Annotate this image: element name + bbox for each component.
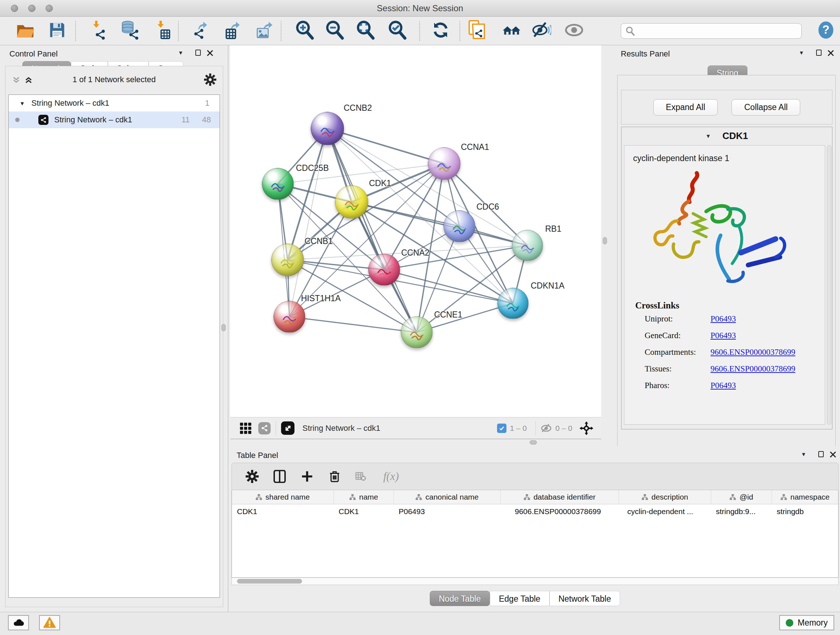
network-node-CCNB1[interactable] [271,244,304,276]
column-type-icon [349,494,355,500]
results-panel: Results Panel ▼ String Expand All Collap… [615,45,840,446]
protein-structure-image [643,166,798,301]
column-header[interactable]: shared name [232,490,333,504]
network-node-CDC6[interactable] [444,211,475,242]
open-session-button[interactable] [16,20,35,41]
hide-unhide-button[interactable] [532,20,551,41]
network-node-CDK1[interactable] [335,185,368,219]
cell-description[interactable]: cyclin-dependent ... [619,504,711,519]
save-session-button[interactable] [48,21,66,41]
delete-table-icon[interactable] [355,471,366,482]
crosslink-link[interactable]: P06493 [711,314,736,324]
network-share-icon[interactable] [258,422,271,434]
network-node-CCNB2[interactable] [311,112,344,145]
crosslink-link[interactable]: P06493 [711,381,736,390]
clone-network-button[interactable] [467,20,487,42]
float-panel-icon[interactable] [816,50,821,56]
scrollbar-thumb[interactable] [237,579,302,584]
crosslink-link[interactable]: 9606.ENSP00000378699 [711,348,796,357]
table-horizontal-scrollbar[interactable] [232,578,838,585]
network-node-RB1[interactable] [512,230,543,261]
pan-crosshair-icon[interactable] [579,421,593,435]
column-header[interactable]: database identifier [500,490,619,504]
column-header[interactable]: @id [711,490,772,504]
function-builder-icon[interactable]: f(x) [383,470,399,483]
tab-edge-table[interactable]: Edge Table [490,591,549,606]
warnings-button[interactable] [39,615,60,630]
collapse-panel-icon[interactable]: ▼ [801,451,806,457]
protein-collapse-icon[interactable]: ▼ [706,133,711,139]
network-node-CCNE1[interactable] [401,317,433,348]
tab-node-table[interactable]: Node Table [430,591,490,606]
selected-nodes-checkbox-icon[interactable] [497,424,507,433]
node-count: 11 [182,115,190,125]
refresh-button[interactable] [431,20,450,41]
import-network-from-file-button[interactable] [88,20,109,42]
close-panel-icon[interactable] [207,50,213,56]
close-panel-icon[interactable] [830,451,836,458]
export-image-button[interactable] [255,20,275,42]
column-header[interactable]: namespace [772,490,838,504]
cell-name[interactable]: CDK1 [333,504,393,519]
crosslink-link[interactable]: P06493 [711,331,736,340]
network-collection-row[interactable]: ▼ String Network – cdk1 1 [9,95,219,111]
cell-id[interactable]: stringdb:9... [711,504,772,519]
search-input[interactable] [635,27,794,36]
network-canvas[interactable]: CCNB2CCNA1CDC25BCDK1CDC6RB1CCNB1CCNA2CDK… [230,45,601,417]
collapse-all-button[interactable]: Collapse All [731,99,800,116]
show-columns-icon[interactable] [273,470,286,483]
table-row[interactable]: CDK1 CDK1 P06493 9606.ENSP00000378699 cy… [232,504,838,519]
search-box[interactable] [621,23,802,39]
cloud-status-button[interactable] [8,615,29,630]
network-node-CCNA2[interactable] [368,254,400,286]
bottom-splitter-handle[interactable] [530,440,537,445]
create-column-icon[interactable] [301,470,313,483]
network-node-CDKN1A[interactable] [497,288,529,319]
network-node-CCNA1[interactable] [428,147,461,180]
collection-expand-icon[interactable]: ▼ [19,100,25,106]
right-splitter-handle[interactable] [603,237,607,244]
network-node-CDC25B[interactable] [262,168,294,200]
crosslink-link[interactable]: 9606.ENSP00000378699 [711,364,796,374]
zoom-out-button[interactable] [325,20,344,41]
zoom-selected-button[interactable] [387,20,407,41]
selected-counts: 1 – 0 [510,424,527,432]
float-panel-icon[interactable] [195,50,201,56]
memory-button[interactable]: Memory [779,615,834,630]
import-table-from-file-button[interactable] [153,20,173,42]
column-header[interactable]: canonical name [393,490,500,504]
toolbar-separator [419,21,420,41]
collapse-panel-icon[interactable]: ▼ [799,50,804,56]
help-button[interactable]: ? [816,21,835,41]
close-panel-icon[interactable] [828,50,834,56]
table-options-gear-icon[interactable] [246,470,259,483]
column-header[interactable]: description [619,490,711,504]
open-in-new-window-icon[interactable] [281,421,294,435]
network-options-gear-icon[interactable] [204,73,216,86]
string-results-container: Expand All Collapse All ▼ CDK1 cyclin-de… [617,75,836,473]
column-header[interactable]: name [333,490,393,504]
string-home-button[interactable] [501,20,521,42]
cell-shared-name[interactable]: CDK1 [232,504,333,519]
delete-column-trash-icon[interactable] [328,470,341,483]
import-network-from-database-button[interactable] [120,20,141,42]
zoom-in-button[interactable] [295,20,314,41]
float-panel-icon[interactable] [818,451,824,457]
collapse-panel-icon[interactable]: ▼ [178,50,183,56]
collection-name: String Network – cdk1 [32,98,109,108]
show-eye-icon[interactable] [564,20,584,41]
left-splitter-handle[interactable] [221,324,226,331]
network-row-selected[interactable]: String Network – cdk1 11 48 [9,111,219,128]
export-table-button[interactable] [223,20,243,42]
cell-database-identifier[interactable]: 9606.ENSP00000378699 [500,504,619,519]
network-node-HIST1H1A[interactable] [273,301,305,333]
cell-canonical-name[interactable]: P06493 [393,504,500,519]
birdseye-grid-icon[interactable] [240,422,252,434]
results-scrollbar[interactable] [827,145,831,424]
export-network-button[interactable] [191,20,211,42]
expand-all-button[interactable]: Expand All [653,99,718,116]
cell-namespace[interactable]: stringdb [772,504,838,519]
zoom-fit-button[interactable] [355,20,375,41]
tab-network-table[interactable]: Network Table [549,591,620,606]
hidden-eye-icon[interactable] [541,423,552,434]
